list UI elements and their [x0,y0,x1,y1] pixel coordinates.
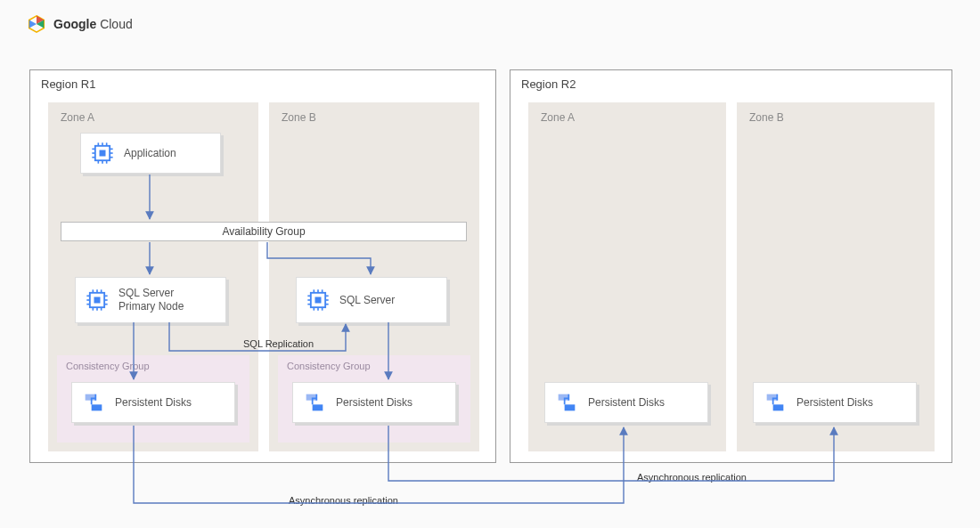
compute-icon [85,288,110,313]
label-async-repl-2: Asynchronous replication [637,472,747,483]
persistent-disk-icon [81,390,106,415]
availability-group-label: Availability Group [222,225,305,238]
region-r2: Region R2 Zone A Persistent Disks Zone B… [510,69,952,463]
card-pd-r2b-label: Persistent Disks [796,396,873,410]
card-pd-r2a: Persistent Disks [544,382,708,423]
region-r2-title: Region R2 [521,77,576,91]
r1-zone-b-label: Zone B [282,111,316,124]
google-cloud-logo-icon [27,14,46,34]
r1-zone-b: Zone B SQL Server Consistency Group Pers… [269,102,479,451]
r1-consistency-group-a: Consistency Group Persistent Disks [57,355,249,443]
card-sql-primary: SQL Server Primary Node [75,277,226,323]
r1-cg-a-label: Consistency Group [66,361,150,371]
r2-zone-b-label: Zone B [749,111,784,124]
r1-consistency-group-b: Consistency Group Persistent Disks [278,355,470,443]
card-pd-r1a-label: Persistent Disks [115,396,192,410]
svg-rect-19 [94,297,101,304]
r2-zone-b: Zone B Persistent Disks [737,102,935,451]
label-async-repl-1: Asynchronous replication [289,495,398,506]
svg-rect-5 [100,150,106,157]
card-pd-r1a: Persistent Disks [71,382,235,423]
card-pd-r1b: Persistent Disks [292,382,456,423]
card-pd-r2a-label: Persistent Disks [588,396,665,410]
compute-icon [306,288,331,313]
svg-marker-2 [29,20,37,28]
persistent-disk-icon [302,390,327,415]
label-sql-replication: SQL Replication [243,338,314,349]
persistent-disk-icon [763,390,788,415]
region-r1-title: Region R1 [41,77,95,91]
card-application: Application [80,133,221,174]
r2-zone-a: Zone A Persistent Disks [528,102,726,451]
brand-text: Google Cloud [53,17,133,31]
svg-rect-33 [315,297,322,304]
card-pd-r1b-label: Persistent Disks [336,396,412,410]
brand-header: Google Cloud [27,14,133,34]
card-sql-primary-label: SQL Server Primary Node [118,287,184,313]
compute-icon [90,141,115,166]
card-sql-server-label: SQL Server [339,294,395,307]
persistent-disk-icon [554,390,579,415]
card-pd-r2b: Persistent Disks [753,382,917,423]
card-sql-server: SQL Server [296,277,447,323]
r1-cg-b-label: Consistency Group [287,361,371,371]
card-application-label: Application [124,147,176,160]
r1-zone-a-label: Zone A [61,111,94,124]
r1-zone-a: Zone A Application SQL Server Primary No… [48,102,258,451]
region-r1: Region R1 Zone A Application SQL Server … [29,69,496,463]
r2-zone-a-label: Zone A [541,111,575,124]
availability-group-bar: Availability Group [61,222,467,241]
